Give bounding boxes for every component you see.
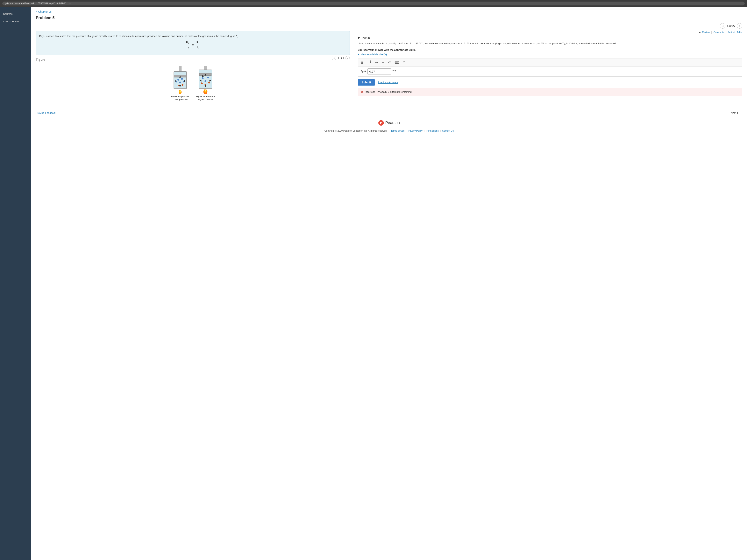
svg-point-22 <box>207 77 209 78</box>
url-text: gelsom/course.html?courseId=15556158&Hep… <box>5 2 68 5</box>
sidebar: Courses Course Home <box>0 7 31 560</box>
footer-divider-1: | <box>389 130 390 132</box>
privacy-policy-link[interactable]: Privacy Policy <box>408 130 422 132</box>
problem-nav-row: < 5 of 27 > <box>31 23 747 31</box>
answer-input-field[interactable] <box>367 69 391 75</box>
redo-toolbar-button[interactable]: ↪ <box>381 60 385 65</box>
p2-numerator: P2 <box>196 41 200 45</box>
problem-counter: 5 of 27 <box>727 24 735 27</box>
svg-point-21 <box>202 77 204 79</box>
refresh-toolbar-button[interactable]: ↺ <box>387 60 391 65</box>
contact-us-link[interactable]: Contact Us <box>442 130 454 132</box>
formula-row: P1 T1 = P2 T2 <box>39 41 346 49</box>
review-link[interactable]: Review <box>702 31 710 34</box>
submit-button[interactable]: Submit <box>358 79 375 85</box>
figure-title-label: Figure <box>36 58 45 62</box>
sidebar-courses-label: Courses <box>3 12 12 16</box>
hint-label: View Available Hint(s) <box>361 53 387 56</box>
problem-body: Gay-Lussac's law states that the pressur… <box>31 31 747 103</box>
error-box: ✕ Incorrect; Try Again; 3 attempts remai… <box>358 88 742 96</box>
mu-toolbar-button[interactable]: μÅ <box>367 60 372 64</box>
right-panel: ■ Review | Constants | Periodic Table Pa… <box>354 31 742 103</box>
cylinder-high-temp: Higher temperature Higher pressure <box>195 65 216 101</box>
prev-problem-button[interactable]: < <box>720 23 725 29</box>
footer: Copyright © 2019 Pearson Education Inc. … <box>31 128 747 135</box>
svg-point-3 <box>177 79 179 80</box>
sidebar-item-course-home[interactable]: Course Home <box>0 18 31 25</box>
t1-denominator: T1 <box>185 45 190 49</box>
pearson-logo-letter: P <box>380 121 382 125</box>
svg-rect-14 <box>174 88 186 89</box>
svg-point-36 <box>205 89 206 91</box>
answer-area: ⊞ μÅ ↩ ↪ ↺ ⌨ ? T2 = °C <box>358 58 742 77</box>
footer-divider-3: | <box>424 130 425 132</box>
p1-numerator: P1 <box>185 41 190 45</box>
previous-answers-link[interactable]: Previous Answers <box>378 81 398 84</box>
theory-text: Gay-Lussac's law states that the pressur… <box>39 34 346 38</box>
svg-point-23 <box>205 80 206 82</box>
figure-nav: < 1 of 1 > <box>332 56 350 60</box>
express-text: Express your answer with the appropriate… <box>358 48 742 51</box>
browser-bar: gelsom/course.html?courseId=15556158&Hep… <box>0 0 747 7</box>
high-temp-line1: Higher temperature <box>196 95 215 98</box>
svg-rect-0 <box>179 66 181 72</box>
error-message-text: Incorrect; Try Again; 3 attempts remaini… <box>365 90 412 93</box>
next-problem-button[interactable]: > <box>737 23 742 29</box>
svg-point-4 <box>181 78 183 80</box>
sidebar-item-courses[interactable]: Courses <box>0 10 31 18</box>
bottom-row: Provide Feedback Next > <box>31 107 747 118</box>
part-b-label: Part B <box>362 36 370 39</box>
figure-prev-button[interactable]: < <box>332 56 336 60</box>
left-panel: Gay-Lussac's law states that the pressur… <box>36 31 354 103</box>
svg-point-24 <box>201 82 203 84</box>
separator-1: | <box>712 31 712 34</box>
cylinder-low-temp: Lower temperature Lower pressure <box>170 65 191 101</box>
answer-input-row: T2 = °C <box>358 66 742 77</box>
provide-feedback-link[interactable]: Provide Feedback <box>36 111 56 114</box>
unit-label: °C <box>392 70 396 73</box>
footer-divider-2: | <box>406 130 407 132</box>
star-icon[interactable]: ☆ <box>69 2 71 5</box>
low-temp-label: Lower temperature Lower pressure <box>171 95 189 101</box>
constants-link[interactable]: Constants <box>714 31 724 34</box>
content-area: < Chapter 08 Problem 5 < 5 of 27 > Gay-L… <box>31 7 747 560</box>
hint-row[interactable]: View Available Hint(s) <box>358 53 742 56</box>
low-temp-line1: Lower temperature <box>171 95 189 98</box>
figure-images: Lower temperature Lower pressure <box>36 65 350 101</box>
top-links: ■ Review | Constants | Periodic Table <box>358 31 742 34</box>
keyboard-toolbar-button[interactable]: ⌨ <box>394 60 400 65</box>
url-bar: gelsom/course.html?courseId=15556158&Hep… <box>2 2 745 5</box>
chapter-nav-label: < Chapter 08 <box>36 10 52 13</box>
next-button-label: Next > <box>731 111 739 114</box>
theory-box: Gay-Lussac's law states that the pressur… <box>36 31 350 55</box>
help-toolbar-button[interactable]: ? <box>402 60 405 64</box>
t2-denominator: T2 <box>196 45 200 49</box>
undo-toolbar-button[interactable]: ↩ <box>375 60 379 65</box>
svg-point-9 <box>182 84 183 86</box>
part-b-header: Part B <box>358 36 742 39</box>
pearson-logo: P <box>378 120 384 126</box>
periodic-table-link[interactable]: Periodic Table <box>728 31 742 34</box>
grid-toolbar-button[interactable]: ⊞ <box>360 60 364 65</box>
high-temp-label: Higher temperature Higher pressure <box>196 95 215 101</box>
pearson-row: P Pearson <box>31 118 747 128</box>
cylinder-high-svg <box>195 65 216 94</box>
fraction-left: P1 T1 <box>185 41 190 49</box>
low-temp-line2: Lower pressure <box>173 98 187 101</box>
chapter-nav[interactable]: < Chapter 08 <box>31 7 747 15</box>
problem-title: Problem 5 <box>31 15 747 23</box>
svg-point-25 <box>208 82 210 83</box>
terms-of-use-link[interactable]: Terms of Use <box>391 130 405 132</box>
next-button[interactable]: Next > <box>727 110 742 116</box>
submit-row: Submit Previous Answers <box>358 79 742 85</box>
error-x-icon: ✕ <box>361 90 363 94</box>
figure-next-button[interactable]: > <box>345 56 350 60</box>
svg-point-17 <box>180 90 181 92</box>
svg-rect-18 <box>204 66 207 70</box>
sidebar-course-home-label: Course Home <box>3 20 19 23</box>
fraction-right: P2 T2 <box>196 41 200 49</box>
t2-label: T2 = <box>360 70 366 74</box>
permissions-link[interactable]: Permissions <box>426 130 439 132</box>
footer-divider-4: | <box>440 130 441 132</box>
part-b-toggle[interactable] <box>358 36 360 39</box>
